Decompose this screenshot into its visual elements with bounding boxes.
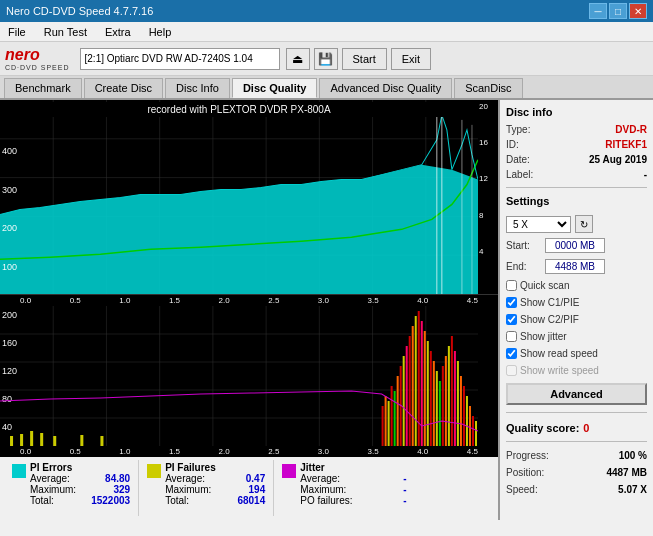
svg-rect-64: [436, 371, 438, 446]
svg-rect-54: [406, 346, 408, 446]
pi-failures-total-val: 68014: [215, 495, 265, 506]
tab-benchmark[interactable]: Benchmark: [4, 78, 82, 98]
svg-rect-41: [30, 431, 33, 446]
eject-icon-btn[interactable]: ⏏: [286, 48, 310, 70]
chart-area: recorded with PLEXTOR DVDR PX-800A: [0, 100, 498, 455]
bottom-chart: 200 160 120 80 40: [0, 306, 498, 446]
pi-failures-max-row: Maximum: 194: [165, 484, 265, 495]
tab-disc-info[interactable]: Disc Info: [165, 78, 230, 98]
minimize-button[interactable]: ─: [589, 3, 607, 19]
svg-text:200: 200: [2, 310, 17, 320]
svg-rect-42: [40, 433, 43, 446]
jitter-avg-row: Average: -: [300, 473, 406, 484]
y-right-8: 8: [479, 211, 497, 220]
pi-failures-total-label: Total:: [165, 495, 189, 506]
jitter-max-label: Maximum:: [300, 484, 346, 495]
start-field-label: Start:: [506, 240, 541, 251]
svg-marker-12: [0, 165, 478, 294]
show-write-row: Show write speed: [506, 365, 647, 376]
end-field-row: End:: [506, 259, 647, 274]
disc-id-label: ID:: [506, 139, 519, 150]
show-c2pif-label: Show C2/PIF: [520, 314, 579, 325]
speed-select[interactable]: 5 X: [506, 216, 571, 233]
refresh-button[interactable]: ↻: [575, 215, 593, 233]
y-right-12: 12: [479, 174, 497, 183]
start-button[interactable]: Start: [342, 48, 387, 70]
speed-setting-row: 5 X ↻: [506, 215, 647, 233]
svg-rect-49: [391, 386, 393, 446]
maximize-button[interactable]: □: [609, 3, 627, 19]
show-write-label: Show write speed: [520, 365, 599, 376]
quality-score-val: 0: [583, 422, 589, 434]
y-right-16: 16: [479, 138, 497, 147]
svg-text:160: 160: [2, 338, 17, 348]
disc-label-label: Label:: [506, 169, 533, 180]
menu-help[interactable]: Help: [145, 25, 176, 39]
pi-failures-avg-val: 0.47: [215, 473, 265, 484]
svg-rect-74: [466, 396, 468, 446]
svg-rect-43: [53, 436, 56, 446]
disc-id-row: ID: RITEKF1: [506, 139, 647, 150]
advanced-button[interactable]: Advanced: [506, 383, 647, 405]
svg-rect-40: [20, 434, 23, 446]
tab-disc-quality[interactable]: Disc Quality: [232, 78, 318, 98]
quick-scan-label: Quick scan: [520, 280, 569, 291]
pi-failures-total-row: Total: 68014: [165, 495, 265, 506]
svg-rect-69: [451, 336, 453, 446]
jitter-avg-label: Average:: [300, 473, 340, 484]
pi-errors-max-val: 329: [80, 484, 130, 495]
top-x-axis: 0.00.51.01.52.02.53.03.54.04.5: [0, 295, 498, 306]
pi-errors-max-row: Maximum: 329: [30, 484, 130, 495]
pi-errors-total-val: 1522003: [80, 495, 130, 506]
svg-rect-73: [463, 386, 465, 446]
quality-score-label: Quality score:: [506, 422, 579, 434]
jitter-avg-val: -: [357, 473, 407, 484]
pi-failures-legend: [147, 464, 161, 478]
save-icon-btn[interactable]: 💾: [314, 48, 338, 70]
close-button[interactable]: ✕: [629, 3, 647, 19]
pi-errors-total-label: Total:: [30, 495, 54, 506]
divider-1: [506, 187, 647, 188]
speed-row: Speed: 5.07 X: [506, 484, 647, 495]
jitter-max-val: -: [357, 484, 407, 495]
end-field[interactable]: [545, 259, 605, 274]
y-right-4: 4: [479, 247, 497, 256]
show-c1pie-row: Show C1/PIE: [506, 297, 647, 308]
svg-rect-67: [445, 356, 447, 446]
pi-errors-content: PI Errors Average: 84.80 Maximum: 329 To…: [30, 462, 130, 506]
pi-errors-avg-row: Average: 84.80: [30, 473, 130, 484]
stats-bar: PI Errors Average: 84.80 Maximum: 329 To…: [0, 455, 498, 520]
show-read-row: Show read speed: [506, 348, 647, 359]
tab-advanced-disc-quality[interactable]: Advanced Disc Quality: [319, 78, 452, 98]
svg-text:400: 400: [2, 146, 17, 156]
disc-type-row: Type: DVD-R: [506, 124, 647, 135]
position-val: 4487 MB: [606, 467, 647, 478]
main-content: recorded with PLEXTOR DVDR PX-800A: [0, 100, 653, 520]
start-field[interactable]: [545, 238, 605, 253]
menu-run-test[interactable]: Run Test: [40, 25, 91, 39]
svg-rect-56: [412, 326, 414, 446]
pi-errors-max-label: Maximum:: [30, 484, 76, 495]
show-c2pif-checkbox[interactable]: [506, 314, 517, 325]
show-c2pif-row: Show C2/PIF: [506, 314, 647, 325]
tab-scan-disc[interactable]: ScanDisc: [454, 78, 522, 98]
progress-row: Progress: 100 %: [506, 450, 647, 461]
exit-button[interactable]: Exit: [391, 48, 431, 70]
show-c1pie-checkbox[interactable]: [506, 297, 517, 308]
svg-rect-55: [409, 336, 411, 446]
svg-rect-47: [385, 396, 387, 446]
pi-errors-total-row: Total: 1522003: [30, 495, 130, 506]
menu-file[interactable]: File: [4, 25, 30, 39]
disc-info-title: Disc info: [506, 106, 647, 118]
show-c1pie-label: Show C1/PIE: [520, 297, 579, 308]
show-read-checkbox[interactable]: [506, 348, 517, 359]
svg-rect-62: [430, 351, 432, 446]
drive-select[interactable]: [2:1] Optiarc DVD RW AD-7240S 1.04: [80, 48, 280, 70]
speed-label: Speed:: [506, 484, 538, 495]
svg-text:40: 40: [2, 422, 12, 432]
quick-scan-checkbox[interactable]: [506, 280, 517, 291]
menu-extra[interactable]: Extra: [101, 25, 135, 39]
pi-failures-max-val: 194: [215, 484, 265, 495]
tab-create-disc[interactable]: Create Disc: [84, 78, 163, 98]
show-jitter-checkbox[interactable]: [506, 331, 517, 342]
